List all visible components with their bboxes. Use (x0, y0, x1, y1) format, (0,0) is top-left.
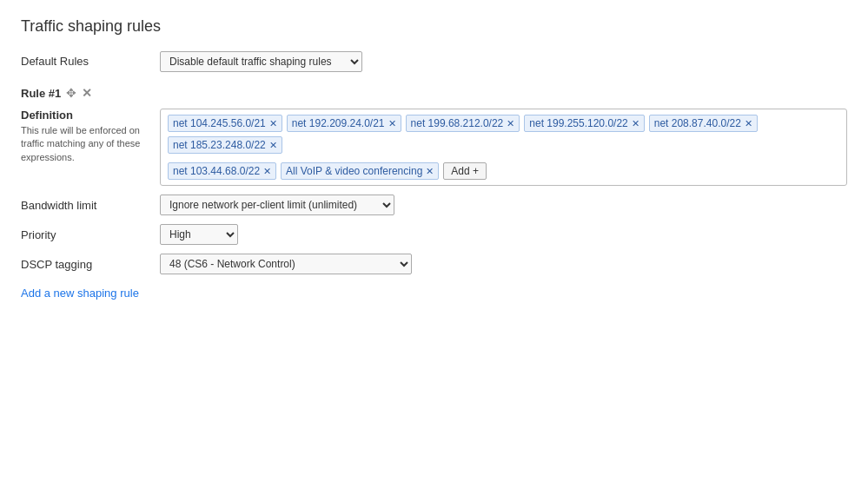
tag-4: net 199.255.120.0/22 ✕ (524, 115, 644, 132)
dscp-row: DSCP tagging 48 (CS6 - Network Control) … (21, 254, 847, 274)
default-rules-select[interactable]: Disable default traffic shaping rules En… (160, 51, 362, 72)
bandwidth-row: Bandwidth limit Ignore network per-clien… (21, 195, 847, 215)
definition-description: This rule will be enforced on traffic ma… (21, 124, 160, 164)
default-rules-label: Default Rules (21, 51, 160, 68)
page-title: Traffic shaping rules (21, 17, 847, 36)
tag-8-remove[interactable]: ✕ (426, 167, 434, 176)
tag-2: net 192.209.24.0/21 ✕ (287, 115, 401, 132)
tag-4-remove[interactable]: ✕ (632, 119, 639, 129)
tag-3-label: net 199.68.212.0/22 (411, 117, 504, 129)
tag-6-remove[interactable]: ✕ (269, 141, 277, 150)
bandwidth-label: Bandwidth limit (21, 199, 160, 212)
tag-2-remove[interactable]: ✕ (388, 119, 396, 129)
definition-label: Definition (21, 109, 160, 122)
tag-5: net 208.87.40.0/22 ✕ (649, 115, 758, 132)
delete-rule-icon[interactable]: ✕ (82, 86, 92, 100)
priority-label: Priority (21, 228, 160, 241)
tag-7-label: net 103.44.68.0/22 (173, 165, 260, 177)
tag-2-label: net 192.209.24.0/21 (292, 117, 385, 129)
tag-1-label: net 104.245.56.0/21 (173, 117, 266, 129)
tag-7: net 103.44.68.0/22 ✕ (168, 162, 276, 180)
tag-8-label: All VoIP & video conferencing (286, 165, 422, 177)
dscp-select[interactable]: 48 (CS6 - Network Control) 0 (Best Effor… (160, 254, 412, 274)
tag-1-remove[interactable]: ✕ (269, 119, 277, 129)
rule-1-title: Rule #1 (21, 87, 61, 100)
tag-4-label: net 199.255.120.0/22 (529, 117, 627, 129)
tags-area: net 104.245.56.0/21 ✕ net 192.209.24.0/2… (160, 109, 847, 186)
tag-6: net 185.23.248.0/22 ✕ (168, 136, 282, 154)
tag-7-remove[interactable]: ✕ (263, 167, 271, 176)
dscp-label: DSCP tagging (21, 258, 160, 271)
tag-1: net 104.245.56.0/21 ✕ (168, 115, 282, 132)
tag-3-remove[interactable]: ✕ (507, 119, 514, 129)
rule-1-header: Rule #1 ✥ ✕ (21, 86, 847, 100)
tag-6-label: net 185.23.248.0/22 (173, 139, 266, 151)
tag-3: net 199.68.212.0/22 ✕ (406, 115, 520, 132)
priority-row: Priority Normal High Low (21, 224, 847, 245)
bandwidth-select[interactable]: Ignore network per-client limit (unlimit… (160, 195, 394, 215)
tag-8: All VoIP & video conferencing ✕ (281, 162, 439, 180)
add-rule-link[interactable]: Add a new shaping rule (21, 287, 139, 300)
tag-5-label: net 208.87.40.0/22 (654, 117, 741, 129)
add-tag-button[interactable]: Add + (443, 162, 487, 180)
move-icon[interactable]: ✥ (66, 86, 76, 100)
tag-5-remove[interactable]: ✕ (745, 119, 752, 129)
priority-select[interactable]: Normal High Low (160, 224, 238, 245)
